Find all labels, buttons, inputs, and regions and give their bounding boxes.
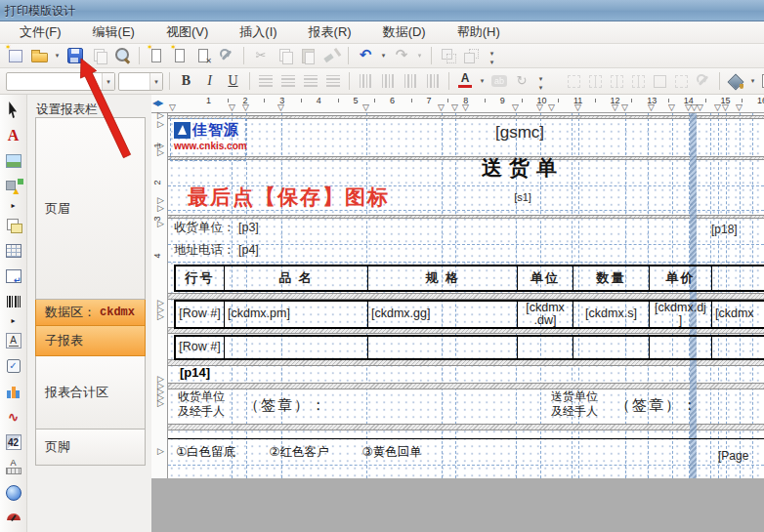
vertical-ruler[interactable]: 1234▷▷▷▷▷▷▷▷▷▷▷▷▷▷▷▷ <box>151 113 168 478</box>
vertical-text-button[interactable] <box>356 71 375 91</box>
number-tool-icon[interactable] <box>4 432 23 452</box>
undo-dropdown-icon[interactable]: ▾ <box>379 46 388 65</box>
band-section[interactable]: 页脚 <box>35 430 146 466</box>
column-marker-icon[interactable]: ▽ <box>574 102 581 112</box>
redo-button[interactable] <box>392 46 411 65</box>
fill-color-dropdown-icon[interactable]: ▾ <box>748 71 757 91</box>
column-marker-icon[interactable]: ▽ <box>612 102 618 112</box>
column-marker-icon[interactable]: ▽ <box>697 102 703 112</box>
template-page[interactable]: 佳智源 www.cnkis.com [gsmc] 送货单 [s1] 最后点【保存… <box>168 113 764 478</box>
table-cell[interactable]: [Row #] <box>176 337 225 358</box>
table-header-cell[interactable]: 行号 <box>176 266 225 290</box>
menu-item[interactable]: 插入(I) <box>224 20 292 44</box>
more-tools-arrow-icon[interactable]: ▸ <box>4 317 23 325</box>
open-dropdown-icon[interactable]: ▾ <box>53 46 62 65</box>
new-page-button[interactable] <box>147 46 166 65</box>
row-marker-icon[interactable]: ▷ <box>157 203 164 213</box>
duplicate-button[interactable] <box>89 46 108 65</box>
chevron-down-icon[interactable]: ▾ <box>102 73 114 90</box>
receiver-sign-label[interactable]: 收货单位 及经手人 <box>178 389 225 419</box>
border-inside-button[interactable] <box>586 72 605 91</box>
bold-button[interactable]: B <box>176 71 196 91</box>
open-button[interactable] <box>29 46 49 65</box>
select-tool-icon[interactable] <box>4 101 23 120</box>
receiver-field[interactable]: [p3] <box>238 221 259 234</box>
row-marker-icon[interactable]: ▷ <box>157 119 164 129</box>
logo-element[interactable]: 佳智源 www.cnkis.com <box>170 118 246 161</box>
table-cell[interactable]: [ckdmx.gg] <box>368 302 518 327</box>
receiver-stamp-label[interactable]: （签章）： <box>244 396 327 415</box>
align-justify-button[interactable] <box>323 71 343 91</box>
italic-button[interactable]: I <box>199 71 220 91</box>
table-header-cell[interactable]: 金额 <box>712 266 764 290</box>
row-marker-icon[interactable]: ▷ <box>157 446 164 456</box>
align-center-button[interactable] <box>278 71 298 91</box>
delete-page-button[interactable] <box>193 46 213 65</box>
redo-dropdown-icon[interactable]: ▾ <box>415 46 424 65</box>
save-button[interactable] <box>65 46 85 65</box>
column-marker-icon[interactable]: ▽ <box>462 102 469 112</box>
shape-tool-icon[interactable] <box>4 177 23 196</box>
column-marker-icon[interactable]: ▽ <box>536 102 543 112</box>
document-title[interactable]: 送货单 <box>459 154 586 182</box>
column-marker-icon[interactable]: ▽ <box>229 102 235 112</box>
toolbar-overflow-icon[interactable]: ▾▾ <box>534 71 547 91</box>
border-settings-button[interactable] <box>694 71 713 91</box>
gauge-tool-icon[interactable] <box>4 509 23 528</box>
send-to-back-button[interactable] <box>462 46 482 65</box>
menu-item[interactable]: 帮助(H) <box>442 20 516 44</box>
receiver-line[interactable]: 收货单位： [p3] <box>174 220 259 236</box>
curve-tool-icon[interactable] <box>4 407 23 427</box>
image-tool-icon[interactable] <box>4 151 23 171</box>
chevron-down-icon[interactable]: ▾ <box>149 73 162 90</box>
column-marker-icon[interactable]: ▽ <box>438 102 445 112</box>
page-color-button[interactable] <box>760 71 764 91</box>
border-all-button[interactable] <box>608 72 626 91</box>
menu-item[interactable]: 编辑(E) <box>77 20 150 44</box>
vertical-text-rtl-button[interactable] <box>378 71 398 91</box>
font-color-dropdown-icon[interactable]: ▾ <box>478 71 487 91</box>
toolbar-overflow-icon[interactable]: ▾▾ <box>486 46 498 65</box>
company-name-field[interactable]: [gsmc] <box>446 123 593 143</box>
preview-button[interactable] <box>112 46 132 65</box>
table-header-cell[interactable]: 品 名 <box>225 266 368 290</box>
p14-field[interactable]: [p14] <box>180 365 210 380</box>
copy-button[interactable] <box>275 46 294 65</box>
column-marker-icon[interactable]: ▽ <box>512 102 519 112</box>
rotate-text-button[interactable] <box>512 71 531 91</box>
address-field[interactable]: [p4] <box>238 243 259 257</box>
underline-button[interactable]: U <box>223 71 243 91</box>
font-color-button[interactable] <box>455 71 475 91</box>
properties-button[interactable] <box>217 46 236 65</box>
band-section[interactable]: 子报表 <box>35 326 146 356</box>
table-header-cell[interactable]: 数量 <box>573 266 650 290</box>
undo-button[interactable] <box>356 46 375 65</box>
menu-item[interactable]: 数据(D) <box>367 20 442 44</box>
new-template-button[interactable] <box>6 46 25 65</box>
font-name-select[interactable]: ▾ <box>6 72 115 91</box>
table-cell[interactable]: [ckdmx.s] <box>573 302 650 327</box>
table-cell[interactable] <box>368 337 518 358</box>
chart-tool-icon[interactable] <box>4 382 23 401</box>
border-outside-button[interactable] <box>651 72 669 91</box>
web-tool-icon[interactable] <box>4 483 23 503</box>
band-section[interactable]: 数据区：ckdmx <box>35 300 146 326</box>
page-setup-button[interactable] <box>170 46 190 65</box>
table-cell[interactable] <box>712 337 764 358</box>
menu-item[interactable]: 视图(V) <box>150 20 224 44</box>
table-header-cell[interactable]: 单位 <box>518 266 573 290</box>
column-marker-icon[interactable]: ▽ <box>736 102 743 112</box>
p18-field[interactable]: [p18] <box>711 223 738 236</box>
row-marker-icon[interactable]: ▷ <box>157 147 164 157</box>
table-cell[interactable]: [ckdmx <box>712 302 764 327</box>
table-cell[interactable]: [Row #] <box>176 302 225 327</box>
more-tools-arrow-icon[interactable]: ▸ <box>4 202 23 210</box>
field-tool-icon[interactable] <box>4 331 23 350</box>
table-cell[interactable] <box>650 337 712 358</box>
column-marker-icon[interactable]: ▽ <box>621 102 628 112</box>
column-marker-icon[interactable]: ▽ <box>548 102 555 112</box>
table-cell[interactable]: [ckdmx .dw] <box>518 302 573 327</box>
table-cell[interactable]: [ckdmx.dj ] <box>650 302 712 327</box>
border-custom-button[interactable] <box>672 72 691 91</box>
font-size-select[interactable]: ▾ <box>118 72 163 91</box>
